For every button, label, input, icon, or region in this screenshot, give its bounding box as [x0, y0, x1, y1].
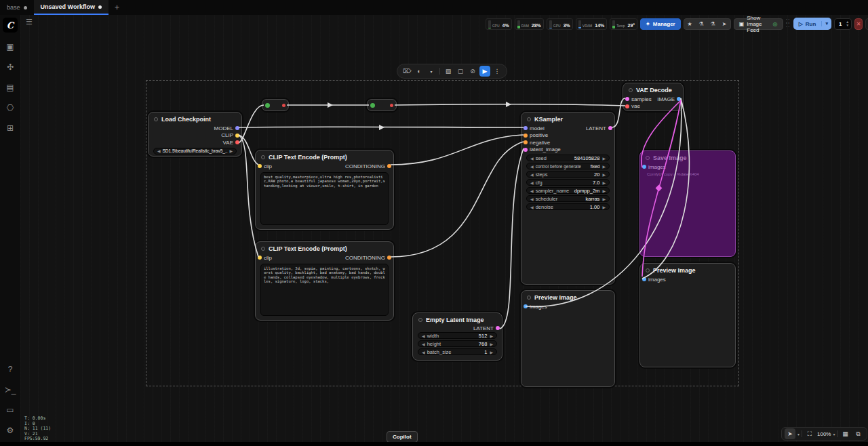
- node-preview-image-1[interactable]: Preview Image images: [521, 290, 615, 387]
- arrow-left-icon[interactable]: ◀: [157, 148, 161, 153]
- collapse-dot-icon[interactable]: [418, 318, 422, 322]
- copilot-button[interactable]: Copilot: [387, 431, 418, 443]
- flask-icon[interactable]: ⚗: [696, 21, 707, 27]
- node-title-bar[interactable]: Save Image: [640, 151, 735, 163]
- active-jobs-badge[interactable]: 0 active: [865, 18, 868, 30]
- model-library-icon[interactable]: ▤: [3, 80, 18, 95]
- node-empty-latent-image[interactable]: Empty Latent Image LATENT ◀width512▶ ◀he…: [412, 312, 502, 361]
- settings-gear-icon[interactable]: ⚙: [3, 423, 18, 438]
- send-icon[interactable]: ➤: [719, 21, 730, 27]
- collapse-dot-icon[interactable]: [646, 268, 650, 272]
- node-clip-text-encode-positive[interactable]: CLIP Text Encode (Prompt) clip CONDITION…: [255, 150, 394, 230]
- ckpt-name-widget[interactable]: ◀SD1.5\beautifulRealistic_brav5_..▶: [153, 148, 237, 155]
- zoom-level-label[interactable]: 100%: [817, 431, 831, 437]
- collapse-dot-icon[interactable]: [261, 155, 265, 159]
- node-preview-image-2[interactable]: Preview Image images: [639, 263, 736, 367]
- steps-widget[interactable]: ◀steps20▶: [526, 171, 610, 178]
- comfyui-logo[interactable]: C: [3, 18, 18, 33]
- arrow-right-icon[interactable]: ▶: [229, 148, 233, 153]
- input-slot-images[interactable]: [524, 304, 528, 308]
- pointer-tool-chevron-icon[interactable]: ▾: [797, 432, 800, 437]
- scheduler-widget[interactable]: ◀schedulerkarras▶: [526, 195, 610, 202]
- node-title-bar[interactable]: Empty Latent Image: [413, 313, 502, 325]
- output-slot-conditioning[interactable]: [387, 164, 391, 168]
- chevron-down-icon[interactable]: ▾: [426, 66, 437, 77]
- prompt-text-widget[interactable]: illustration, 3d, sepia, painting, carto…: [260, 264, 389, 316]
- output-slot[interactable]: [390, 104, 393, 107]
- input-slot-vae[interactable]: [625, 104, 629, 108]
- collapse-dot-icon[interactable]: [629, 88, 633, 92]
- output-slot-latent[interactable]: [496, 326, 500, 330]
- toolbar-drag-handle[interactable]: ⁚⁚⁚⁚: [786, 20, 791, 27]
- node-vae-decode[interactable]: VAE Decode samples IMAGE vae: [623, 83, 684, 111]
- terminal-icon[interactable]: ≻_: [3, 382, 18, 397]
- collapse-dot-icon[interactable]: [370, 103, 375, 108]
- output-slot-vae[interactable]: [235, 140, 239, 144]
- manager-button[interactable]: ✦ Manager: [640, 18, 681, 30]
- tab-unsaved-workflow[interactable]: Unsaved Workflow: [34, 0, 108, 15]
- node-save-image-bypassed[interactable]: Save Image images ComfyUI copy a %date%4…: [639, 150, 736, 257]
- batch-count-steppers[interactable]: ▲▼: [846, 20, 851, 27]
- delete-icon[interactable]: ⌦: [401, 66, 412, 77]
- node-title-bar[interactable]: CLIP Text Encode (Prompt): [256, 242, 393, 254]
- node-ksampler[interactable]: KSampler model LATENT positive negative …: [521, 112, 615, 285]
- logs-icon[interactable]: ▭: [3, 403, 18, 418]
- node-title-bar[interactable]: Preview Image: [521, 291, 614, 303]
- pointer-tool-icon[interactable]: ➤: [785, 428, 795, 439]
- node-title-bar[interactable]: VAE Decode: [623, 83, 683, 96]
- output-slot-clip[interactable]: [235, 134, 239, 138]
- tab-base[interactable]: base: [0, 0, 34, 15]
- denoise-widget[interactable]: ◀denoise1.00▶: [526, 203, 610, 210]
- minimap-icon[interactable]: ▦: [840, 428, 851, 439]
- control-before-generate-widget[interactable]: ◀control before generatefixed▶: [526, 163, 610, 169]
- color-picker-icon[interactable]: ◐: [414, 66, 425, 77]
- output-slot-conditioning[interactable]: [387, 256, 391, 260]
- input-slot-images[interactable]: [642, 277, 646, 281]
- more-options-icon[interactable]: ⋮: [492, 66, 502, 77]
- node-clip-text-encode-negative[interactable]: CLIP Text Encode (Prompt) clip CONDITION…: [255, 241, 394, 321]
- new-tab-button[interactable]: +: [108, 0, 125, 15]
- node-title-bar[interactable]: KSampler: [521, 113, 614, 125]
- fullscreen-icon[interactable]: ⧉: [853, 428, 864, 439]
- help-icon[interactable]: ?: [3, 362, 18, 377]
- node-title-bar[interactable]: CLIP Text Encode (Prompt): [256, 150, 393, 163]
- node-load-checkpoint[interactable]: Load Checkpoint MODEL CLIP VAE ◀SD1.5\be…: [148, 112, 242, 157]
- templates-icon[interactable]: ⊞: [3, 121, 18, 136]
- frame-nodes-icon[interactable]: ▧: [443, 66, 454, 77]
- custom-nodes-icon[interactable]: ⎔: [3, 100, 18, 115]
- sampler-name-widget[interactable]: ◀sampler_namedpmpp_2m▶: [526, 187, 610, 194]
- run-dropdown-chevron-icon[interactable]: ▾: [821, 21, 831, 26]
- output-slot-model[interactable]: [235, 126, 239, 130]
- cancel-queue-button[interactable]: ✕: [854, 18, 863, 30]
- collapse-dot-icon[interactable]: [265, 103, 270, 108]
- input-slot-clip[interactable]: [258, 164, 262, 168]
- filename-prefix-widget[interactable]: ComfyUI copy a %date%404: [640, 171, 735, 178]
- input-slot-clip[interactable]: [258, 256, 262, 260]
- width-widget[interactable]: ◀width512▶: [418, 332, 497, 339]
- input-slot-negative[interactable]: [524, 140, 528, 144]
- collapse-dot-icon[interactable]: [527, 117, 531, 121]
- collapse-dot-icon[interactable]: [154, 117, 158, 121]
- batch-count-input[interactable]: 1 ▲▼: [834, 18, 852, 30]
- node-title-bar[interactable]: Load Checkpoint: [149, 113, 241, 125]
- unlink-icon[interactable]: ⊘: [467, 66, 478, 77]
- input-slot-model[interactable]: [524, 126, 528, 130]
- canvas-menu-icon[interactable]: ☰: [26, 18, 33, 26]
- input-slot-positive[interactable]: [524, 134, 528, 138]
- node-title-bar[interactable]: Preview Image: [640, 264, 735, 276]
- bypass-toggle-icon[interactable]: ▶: [479, 66, 490, 77]
- collapsed-node-1[interactable]: [262, 99, 289, 111]
- run-button[interactable]: ▷ Run ▾: [793, 18, 831, 30]
- cfg-widget[interactable]: ◀cfg7.0▶: [526, 179, 610, 186]
- star-icon[interactable]: ★: [684, 21, 696, 27]
- seed-widget[interactable]: ◀seed584105828▶: [526, 155, 610, 161]
- collapse-dot-icon[interactable]: [261, 247, 265, 251]
- output-slot[interactable]: [282, 104, 285, 107]
- input-slot-samples[interactable]: [625, 97, 629, 101]
- fit-view-icon[interactable]: ⛶: [804, 428, 815, 439]
- batch-size-widget[interactable]: ◀batch_size1▶: [418, 348, 497, 355]
- collapse-dot-icon[interactable]: [646, 156, 650, 160]
- output-slot-image[interactable]: [677, 97, 681, 101]
- prompt-text-widget[interactable]: best quality,masterpiece,ultra high res,…: [260, 172, 389, 225]
- height-widget[interactable]: ◀height768▶: [418, 340, 497, 347]
